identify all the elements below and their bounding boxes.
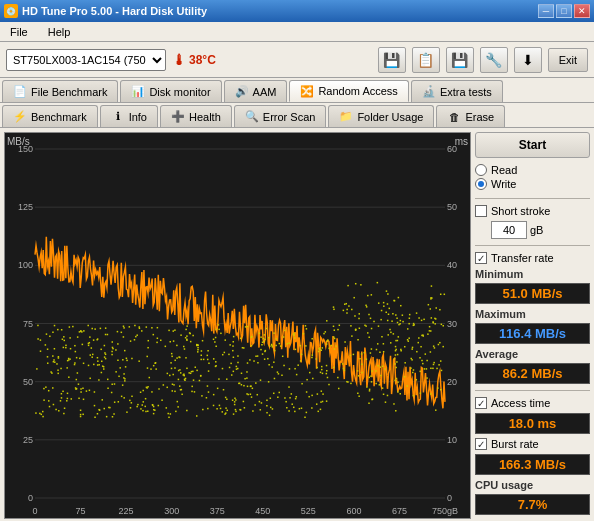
tab-erase[interactable]: 🗑 Erase [436,105,505,127]
tab-health[interactable]: ➕ Health [160,105,232,127]
maximum-section: Maximum 116.4 MB/s [475,308,590,344]
radio-read[interactable]: Read [475,164,590,176]
divider-1 [475,198,590,199]
health-icon: ➕ [171,110,185,124]
read-write-radio-group: Read Write [475,162,590,192]
random-access-icon: 🔀 [300,84,314,98]
radio-write-label: Write [491,178,516,190]
main-content: MB/s ms Start Read Write Short stroke gB [0,128,594,521]
tab-file-benchmark[interactable]: 📄 File Benchmark [2,80,118,102]
cpu-usage-value: 7.7% [475,494,590,515]
radio-read-label: Read [491,164,517,176]
divider-3 [475,390,590,391]
transfer-rate-checkbox[interactable] [475,252,487,264]
short-stroke-checkbox[interactable] [475,205,487,217]
error-scan-icon: 🔍 [245,110,259,124]
tab-aam[interactable]: 🔊 AAM [224,80,288,102]
temperature-display: 🌡 38°C [172,52,216,68]
tab-random-access[interactable]: 🔀 Random Access [289,80,408,102]
title-bar-left: 💿 HD Tune Pro 5.00 - Hard Disk Utility [4,4,207,18]
aam-icon: 🔊 [235,85,249,99]
thermometer-icon: 🌡 [172,52,186,68]
short-stroke-checkbox-item[interactable]: Short stroke [475,205,590,217]
toolbar: ST750LX003-1AC154 (750 gB) 🌡 38°C 💾 📋 💾 … [0,42,594,78]
access-time-label: Access time [491,397,550,409]
tab-bar-2: ⚡ Benchmark ℹ Info ➕ Health 🔍 Error Scan… [0,103,594,128]
menu-help[interactable]: Help [42,24,77,40]
title-bar: 💿 HD Tune Pro 5.00 - Hard Disk Utility ─… [0,0,594,22]
tab-disk-monitor[interactable]: 📊 Disk monitor [120,80,221,102]
maximum-label: Maximum [475,308,590,320]
tab-error-scan[interactable]: 🔍 Error Scan [234,105,327,127]
tab-benchmark[interactable]: ⚡ Benchmark [2,105,98,127]
temperature-value: 38°C [189,53,216,67]
maximum-value: 116.4 MB/s [475,323,590,344]
file-benchmark-icon: 📄 [13,85,27,99]
menu-bar: File Help [0,22,594,42]
spinbox-input[interactable] [491,221,527,239]
erase-icon: 🗑 [447,110,461,124]
burst-rate-value: 166.3 MB/s [475,454,590,475]
tab-folder-usage[interactable]: 📁 Folder Usage [328,105,434,127]
device-select[interactable]: ST750LX003-1AC154 (750 gB) [6,49,166,71]
minimum-section: Minimum 51.0 MB/s [475,268,590,304]
minimum-value: 51.0 MB/s [475,283,590,304]
maximize-button[interactable]: □ [556,4,572,18]
average-label: Average [475,348,590,360]
spinbox-row: gB [475,221,590,239]
info-icon: ℹ [111,110,125,124]
minimize-button[interactable]: ─ [538,4,554,18]
cpu-usage-section: CPU usage 7.7% [475,479,590,515]
app-icon: 💿 [4,4,18,18]
transfer-rate-checkbox-item[interactable]: Transfer rate [475,252,590,264]
benchmark-chart [5,133,470,518]
transfer-rate-label: Transfer rate [491,252,554,264]
average-section: Average 86.2 MB/s [475,348,590,384]
title-controls: ─ □ ✕ [538,4,590,18]
access-time-checkbox[interactable] [475,397,487,409]
short-stroke-label: Short stroke [491,205,550,217]
access-time-value: 18.0 ms [475,413,590,434]
tab-info[interactable]: ℹ Info [100,105,158,127]
tab-extra-tests[interactable]: 🔬 Extra tests [411,80,503,102]
start-button[interactable]: Start [475,132,590,158]
extra-tests-icon: 🔬 [422,85,436,99]
toolbar-btn-4[interactable]: 🔧 [480,47,508,73]
chart-area: MB/s ms [4,132,471,519]
tab-bar-1: 📄 File Benchmark 📊 Disk monitor 🔊 AAM 🔀 … [0,78,594,103]
exit-button[interactable]: Exit [548,48,588,72]
burst-rate-section: 166.3 MB/s [475,454,590,475]
divider-2 [475,245,590,246]
burst-rate-checkbox[interactable] [475,438,487,450]
folder-usage-icon: 📁 [339,110,353,124]
burst-rate-label: Burst rate [491,438,539,450]
toolbar-btn-2[interactable]: 📋 [412,47,440,73]
window-title: HD Tune Pro 5.00 - Hard Disk Utility [22,5,207,17]
menu-file[interactable]: File [4,24,34,40]
radio-write[interactable]: Write [475,178,590,190]
minimum-label: Minimum [475,268,590,280]
radio-write-circle[interactable] [475,178,487,190]
spinbox-unit: gB [530,224,543,236]
access-time-section: 18.0 ms [475,413,590,434]
cpu-usage-label: CPU usage [475,479,590,491]
access-time-checkbox-item[interactable]: Access time [475,397,590,409]
right-panel: Start Read Write Short stroke gB Transfe… [475,132,590,519]
toolbar-btn-5[interactable]: ⬇ [514,47,542,73]
benchmark-icon: ⚡ [13,110,27,124]
burst-rate-checkbox-item[interactable]: Burst rate [475,438,590,450]
radio-read-circle[interactable] [475,164,487,176]
close-button[interactable]: ✕ [574,4,590,18]
disk-monitor-icon: 📊 [131,85,145,99]
toolbar-btn-3[interactable]: 💾 [446,47,474,73]
toolbar-btn-1[interactable]: 💾 [378,47,406,73]
average-value: 86.2 MB/s [475,363,590,384]
